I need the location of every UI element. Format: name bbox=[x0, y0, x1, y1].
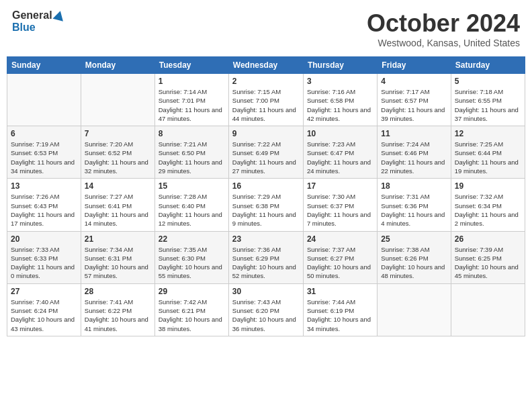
calendar-day-cell: 6 Sunrise: 7:19 AMSunset: 6:53 PMDayligh… bbox=[7, 126, 81, 179]
day-number: 29 bbox=[159, 287, 225, 296]
calendar-day-cell bbox=[7, 74, 81, 126]
day-number: 10 bbox=[307, 129, 373, 138]
day-number: 2 bbox=[232, 77, 300, 86]
day-info: Sunrise: 7:20 AMSunset: 6:52 PMDaylight:… bbox=[85, 140, 151, 175]
logo-triangle-icon bbox=[52, 9, 65, 21]
day-number: 31 bbox=[307, 287, 373, 296]
day-number: 8 bbox=[159, 129, 225, 138]
day-number: 11 bbox=[381, 129, 447, 138]
day-info: Sunrise: 7:16 AMSunset: 6:58 PMDaylight:… bbox=[307, 87, 373, 123]
calendar-day-header: Tuesday bbox=[154, 57, 228, 74]
logo-general-text: General bbox=[12, 9, 52, 21]
day-number: 21 bbox=[85, 234, 151, 244]
location-text: Westwood, Kansas, United States bbox=[367, 38, 520, 48]
day-number: 1 bbox=[159, 77, 225, 86]
calendar-day-cell bbox=[451, 283, 525, 336]
calendar-week-row: 20 Sunrise: 7:33 AMSunset: 6:33 PMDaylig… bbox=[7, 231, 525, 283]
day-info: Sunrise: 7:41 AMSunset: 6:22 PMDaylight:… bbox=[85, 298, 151, 333]
day-info: Sunrise: 7:28 AMSunset: 6:40 PMDaylight:… bbox=[159, 192, 225, 228]
calendar-day-cell: 2 Sunrise: 7:15 AMSunset: 7:00 PMDayligh… bbox=[228, 74, 303, 126]
calendar-day-cell: 14 Sunrise: 7:27 AMSunset: 6:41 PMDaylig… bbox=[81, 179, 154, 231]
day-info: Sunrise: 7:23 AMSunset: 6:47 PMDaylight:… bbox=[307, 140, 373, 175]
day-number: 26 bbox=[455, 234, 521, 244]
calendar-day-cell: 28 Sunrise: 7:41 AMSunset: 6:22 PMDaylig… bbox=[81, 283, 154, 336]
day-info: Sunrise: 7:34 AMSunset: 6:31 PMDaylight:… bbox=[85, 245, 151, 281]
calendar-day-header: Saturday bbox=[451, 57, 525, 74]
day-info: Sunrise: 7:17 AMSunset: 6:57 PMDaylight:… bbox=[381, 87, 447, 123]
day-info: Sunrise: 7:29 AMSunset: 6:38 PMDaylight:… bbox=[232, 192, 300, 228]
day-number: 9 bbox=[232, 129, 300, 138]
calendar-day-cell: 27 Sunrise: 7:40 AMSunset: 6:24 PMDaylig… bbox=[7, 283, 81, 336]
calendar-day-header: Monday bbox=[81, 57, 154, 74]
calendar-body: 1 Sunrise: 7:14 AMSunset: 7:01 PMDayligh… bbox=[7, 74, 525, 336]
day-info: Sunrise: 7:44 AMSunset: 6:19 PMDaylight:… bbox=[307, 298, 373, 333]
calendar-day-cell: 26 Sunrise: 7:39 AMSunset: 6:25 PMDaylig… bbox=[451, 231, 525, 283]
day-info: Sunrise: 7:31 AMSunset: 6:36 PMDaylight:… bbox=[381, 192, 447, 228]
day-info: Sunrise: 7:33 AMSunset: 6:33 PMDaylight:… bbox=[11, 245, 77, 281]
calendar-day-cell: 22 Sunrise: 7:35 AMSunset: 6:30 PMDaylig… bbox=[154, 231, 228, 283]
day-info: Sunrise: 7:24 AMSunset: 6:46 PMDaylight:… bbox=[381, 140, 447, 175]
calendar-table: SundayMondayTuesdayWednesdayThursdayFrid… bbox=[7, 56, 525, 336]
logo-blue-text: Blue bbox=[12, 21, 36, 34]
calendar-day-header: Sunday bbox=[7, 57, 81, 74]
calendar-week-row: 27 Sunrise: 7:40 AMSunset: 6:24 PMDaylig… bbox=[7, 283, 525, 336]
day-number: 13 bbox=[11, 181, 77, 191]
day-number: 27 bbox=[11, 287, 77, 296]
day-number: 25 bbox=[381, 234, 447, 244]
day-info: Sunrise: 7:15 AMSunset: 7:00 PMDaylight:… bbox=[232, 87, 300, 123]
calendar-day-cell: 21 Sunrise: 7:34 AMSunset: 6:31 PMDaylig… bbox=[81, 231, 154, 283]
logo: General Blue bbox=[12, 9, 64, 34]
day-info: Sunrise: 7:22 AMSunset: 6:49 PMDaylight:… bbox=[232, 140, 300, 175]
calendar-day-header: Thursday bbox=[303, 57, 377, 74]
day-number: 22 bbox=[159, 234, 225, 244]
day-info: Sunrise: 7:30 AMSunset: 6:37 PMDaylight:… bbox=[307, 192, 373, 228]
calendar-day-header: Friday bbox=[378, 57, 451, 74]
day-info: Sunrise: 7:14 AMSunset: 7:01 PMDaylight:… bbox=[159, 87, 225, 123]
calendar-week-row: 1 Sunrise: 7:14 AMSunset: 7:01 PMDayligh… bbox=[7, 74, 525, 126]
day-info: Sunrise: 7:18 AMSunset: 6:55 PMDaylight:… bbox=[455, 87, 521, 123]
calendar-header-row: SundayMondayTuesdayWednesdayThursdayFrid… bbox=[7, 57, 525, 74]
calendar-day-cell: 23 Sunrise: 7:36 AMSunset: 6:29 PMDaylig… bbox=[228, 231, 303, 283]
calendar-day-cell bbox=[81, 74, 154, 126]
day-info: Sunrise: 7:26 AMSunset: 6:43 PMDaylight:… bbox=[11, 192, 77, 228]
day-number: 7 bbox=[85, 129, 151, 138]
day-info: Sunrise: 7:42 AMSunset: 6:21 PMDaylight:… bbox=[159, 298, 225, 333]
calendar-day-cell: 3 Sunrise: 7:16 AMSunset: 6:58 PMDayligh… bbox=[303, 74, 377, 126]
calendar-day-cell: 1 Sunrise: 7:14 AMSunset: 7:01 PMDayligh… bbox=[154, 74, 228, 126]
day-info: Sunrise: 7:39 AMSunset: 6:25 PMDaylight:… bbox=[455, 245, 521, 281]
day-info: Sunrise: 7:19 AMSunset: 6:53 PMDaylight:… bbox=[11, 140, 77, 175]
day-info: Sunrise: 7:25 AMSunset: 6:44 PMDaylight:… bbox=[455, 140, 521, 175]
day-number: 16 bbox=[232, 181, 300, 191]
calendar-day-cell: 20 Sunrise: 7:33 AMSunset: 6:33 PMDaylig… bbox=[7, 231, 81, 283]
calendar-day-cell: 31 Sunrise: 7:44 AMSunset: 6:19 PMDaylig… bbox=[303, 283, 377, 336]
day-info: Sunrise: 7:43 AMSunset: 6:20 PMDaylight:… bbox=[232, 298, 300, 333]
calendar-day-cell: 17 Sunrise: 7:30 AMSunset: 6:37 PMDaylig… bbox=[303, 179, 377, 231]
calendar-day-cell: 10 Sunrise: 7:23 AMSunset: 6:47 PMDaylig… bbox=[303, 126, 377, 179]
title-section: October 2024 Westwood, Kansas, United St… bbox=[367, 9, 520, 48]
calendar-day-cell: 11 Sunrise: 7:24 AMSunset: 6:46 PMDaylig… bbox=[378, 126, 451, 179]
calendar-day-cell: 30 Sunrise: 7:43 AMSunset: 6:20 PMDaylig… bbox=[228, 283, 303, 336]
calendar-day-cell: 8 Sunrise: 7:21 AMSunset: 6:50 PMDayligh… bbox=[154, 126, 228, 179]
calendar-day-cell bbox=[378, 283, 451, 336]
day-info: Sunrise: 7:35 AMSunset: 6:30 PMDaylight:… bbox=[159, 245, 225, 281]
day-number: 30 bbox=[232, 287, 300, 296]
day-info: Sunrise: 7:36 AMSunset: 6:29 PMDaylight:… bbox=[232, 245, 300, 281]
day-info: Sunrise: 7:37 AMSunset: 6:27 PMDaylight:… bbox=[307, 245, 373, 281]
calendar-day-cell: 13 Sunrise: 7:26 AMSunset: 6:43 PMDaylig… bbox=[7, 179, 81, 231]
calendar-day-cell: 4 Sunrise: 7:17 AMSunset: 6:57 PMDayligh… bbox=[378, 74, 451, 126]
day-number: 3 bbox=[307, 77, 373, 86]
calendar-day-cell: 29 Sunrise: 7:42 AMSunset: 6:21 PMDaylig… bbox=[154, 283, 228, 336]
calendar-day-cell: 18 Sunrise: 7:31 AMSunset: 6:36 PMDaylig… bbox=[378, 179, 451, 231]
day-number: 5 bbox=[455, 77, 521, 86]
day-number: 19 bbox=[455, 181, 521, 191]
day-number: 23 bbox=[232, 234, 300, 244]
calendar-week-row: 13 Sunrise: 7:26 AMSunset: 6:43 PMDaylig… bbox=[7, 179, 525, 231]
calendar-day-cell: 15 Sunrise: 7:28 AMSunset: 6:40 PMDaylig… bbox=[154, 179, 228, 231]
calendar-day-cell: 25 Sunrise: 7:38 AMSunset: 6:26 PMDaylig… bbox=[378, 231, 451, 283]
day-number: 17 bbox=[307, 181, 373, 191]
calendar-day-cell: 24 Sunrise: 7:37 AMSunset: 6:27 PMDaylig… bbox=[303, 231, 377, 283]
calendar-day-cell: 12 Sunrise: 7:25 AMSunset: 6:44 PMDaylig… bbox=[451, 126, 525, 179]
day-info: Sunrise: 7:27 AMSunset: 6:41 PMDaylight:… bbox=[85, 192, 151, 228]
day-info: Sunrise: 7:32 AMSunset: 6:34 PMDaylight:… bbox=[455, 192, 521, 228]
calendar-day-cell: 19 Sunrise: 7:32 AMSunset: 6:34 PMDaylig… bbox=[451, 179, 525, 231]
